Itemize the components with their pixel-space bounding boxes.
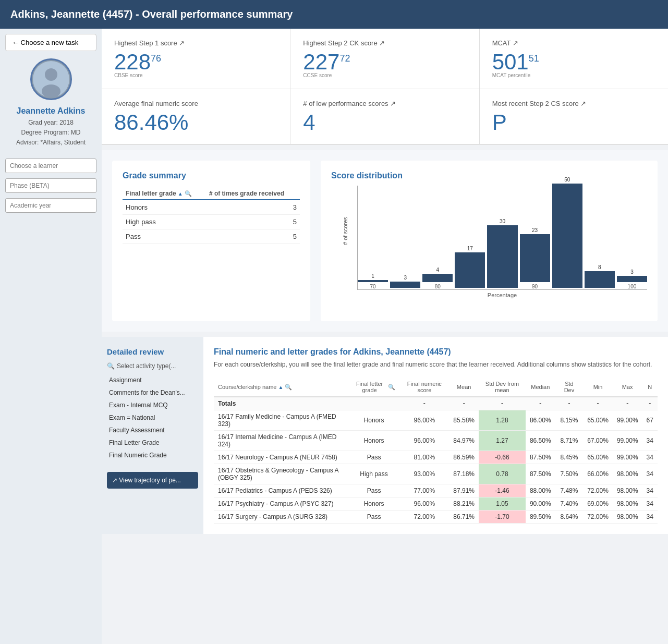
mean-cell: 88.21%: [449, 497, 479, 511]
advisor: Advisor: *Affairs, Student: [5, 138, 96, 148]
bottom-stats-row: Average final numeric score 86.46% # of …: [102, 89, 668, 145]
std-from-mean-cell: -0.66: [479, 451, 526, 464]
grade-table-row: Honors3: [123, 200, 300, 215]
step2cs-card: Most recent Step 2 CS score ↗ P: [480, 89, 668, 144]
left-panel: ← Choose a new task Jeannette Adkins Gra…: [0, 29, 102, 644]
grade-summary-title: Grade summary: [123, 171, 300, 180]
bar-value-label: 4: [436, 267, 439, 273]
max-cell: 98.00%: [613, 497, 642, 511]
letter-cell: Honors: [348, 431, 400, 451]
score-distribution-card: Score distribution # of scores 1 70 3 4 …: [321, 161, 658, 321]
count-cell: 5: [206, 229, 300, 244]
numeric-cell: 96.00%: [399, 497, 449, 511]
bar-chart: 1 70 3 4 80 17 30 23 90 50 8 3 100: [357, 186, 647, 290]
bar-group: 3 100: [617, 269, 647, 289]
activity-list-item[interactable]: Comments for the Dean's...: [107, 386, 198, 399]
max-cell: 98.00%: [613, 511, 642, 524]
course-cell: 16/17 Obstetrics & Gynecology - Campus A…: [214, 464, 348, 484]
course-search-icon[interactable]: 🔍: [285, 384, 292, 391]
bar: [617, 276, 647, 282]
activity-list-item[interactable]: Final Letter Grade: [107, 436, 198, 449]
grade-search-icon[interactable]: 🔍: [185, 190, 192, 197]
n-cell: 67: [642, 410, 658, 431]
count-cell: 5: [206, 215, 300, 229]
bar-value-label: 50: [564, 177, 570, 183]
choose-task-button[interactable]: ← Choose a new task: [5, 34, 96, 51]
phase-input[interactable]: [5, 178, 96, 193]
degree-program: Degree Program: MD: [5, 128, 96, 138]
course-cell: 16/17 Psychiatry - Campus A (PSYC 327): [214, 497, 348, 511]
filter-section: [5, 159, 96, 218]
course-cell: 16/17 Internal Medicine - Campus A (IMED…: [214, 431, 348, 451]
mcat-value: 50151 MCAT percentile: [492, 51, 655, 78]
bar: [390, 282, 420, 288]
chart-area: # of scores 1 70 3 4 80 17 30 23 90 50: [331, 186, 647, 311]
th-n: N: [642, 378, 658, 397]
activity-list-item[interactable]: Final Numeric Grade: [107, 449, 198, 461]
letter-search-icon[interactable]: 🔍: [388, 384, 395, 391]
std-from-mean-cell: 1.05: [479, 497, 526, 511]
bar-group: 3: [390, 275, 420, 289]
std-dev-cell: 8.64%: [555, 511, 584, 524]
bar-value-label: 30: [500, 218, 505, 224]
grade-cell: High pass: [123, 215, 206, 229]
numeric-cell: 93.00%: [399, 464, 449, 484]
table-row: 16/17 Family Medicine - Campus A (FMED 3…: [214, 410, 658, 431]
bar-group: 50: [552, 177, 582, 289]
letter-cell: High pass: [348, 464, 400, 484]
activity-list-item[interactable]: Exam = National: [107, 411, 198, 424]
mcat-title: MCAT ↗: [492, 39, 655, 47]
view-trajectory-button[interactable]: ↗ View trajectory of pe...: [107, 472, 198, 489]
grade-summary-card: Grade summary Final letter grade ▲ 🔍: [112, 161, 310, 321]
data-table: Course/clerkship name ▲ 🔍 Final letter g…: [214, 378, 658, 524]
choose-learner-input[interactable]: [5, 159, 96, 173]
letter-cell: Pass: [348, 511, 400, 524]
avg-numeric-title: Average final numeric score: [114, 100, 277, 107]
count-col-header: # of times grade received: [206, 188, 300, 200]
avg-numeric-card: Average final numeric score 86.46%: [102, 89, 290, 144]
course-cell: 16/17 Family Medicine - Campus A (FMED 3…: [214, 410, 348, 431]
low-perf-card: # of low performance scores ↗ 4: [290, 89, 479, 144]
course-sort-icon[interactable]: ▲: [278, 384, 284, 390]
bar-x-label: 70: [370, 284, 375, 289]
bar-x-label: 90: [532, 284, 538, 289]
x-axis-label: Percentage: [357, 292, 647, 298]
review-table-subtitle: For each course/clerkship, you will see …: [214, 360, 658, 369]
bar: [455, 252, 485, 288]
th-min: Min: [583, 378, 613, 397]
view-trajectory-label: ↗ View trajectory of pe...: [112, 477, 181, 484]
page-header: Adkins, Jeannette (4457) - Overall perfo…: [0, 0, 668, 29]
max-cell: 98.00%: [613, 484, 642, 497]
std-dev-cell: 7.50%: [555, 464, 584, 484]
bar-x-label: 80: [435, 284, 441, 289]
choose-task-label: ← Choose a new task: [12, 39, 78, 46]
std-from-mean-cell: 0.78: [479, 464, 526, 484]
th-mean: Mean: [449, 378, 479, 397]
table-row: Totals - - - - - - - -: [214, 397, 658, 410]
activity-select-label: 🔍 Select activity type(...: [107, 362, 198, 370]
step2ck-title: Highest Step 2 CK score ↗: [303, 39, 466, 47]
min-cell: 72.00%: [583, 511, 613, 524]
std-from-mean-cell: -1.46: [479, 484, 526, 497]
bar-group: 4 80: [422, 267, 453, 289]
letter-cell: Pass: [348, 484, 400, 497]
sort-arrow-icon[interactable]: ▲: [178, 191, 183, 197]
min-cell: 67.00%: [583, 431, 613, 451]
median-cell: 88.00%: [526, 484, 555, 497]
letter-cell: Pass: [348, 451, 400, 464]
std-dev-cell: 8.15%: [555, 410, 584, 431]
numeric-cell: 96.00%: [399, 410, 449, 431]
academic-year-input[interactable]: [5, 198, 96, 213]
grade-table: Final letter grade ▲ 🔍 # of times grade …: [123, 188, 300, 244]
bar: [487, 225, 517, 288]
step1-title: Highest Step 1 score ↗: [114, 39, 277, 47]
mean-cell: 85.58%: [449, 410, 479, 431]
std-dev-cell: -: [555, 397, 584, 410]
course-cell: 16/17 Surgery - Campus A (SURG 328): [214, 511, 348, 524]
bar-value-label: 8: [598, 264, 601, 270]
activity-list-item[interactable]: Assignment: [107, 374, 198, 386]
max-cell: 99.00%: [613, 410, 642, 431]
activity-list-item[interactable]: Exam - Internal MCQ: [107, 399, 198, 411]
activity-list-item[interactable]: Faculty Assessment: [107, 424, 198, 436]
max-cell: -: [613, 397, 642, 410]
